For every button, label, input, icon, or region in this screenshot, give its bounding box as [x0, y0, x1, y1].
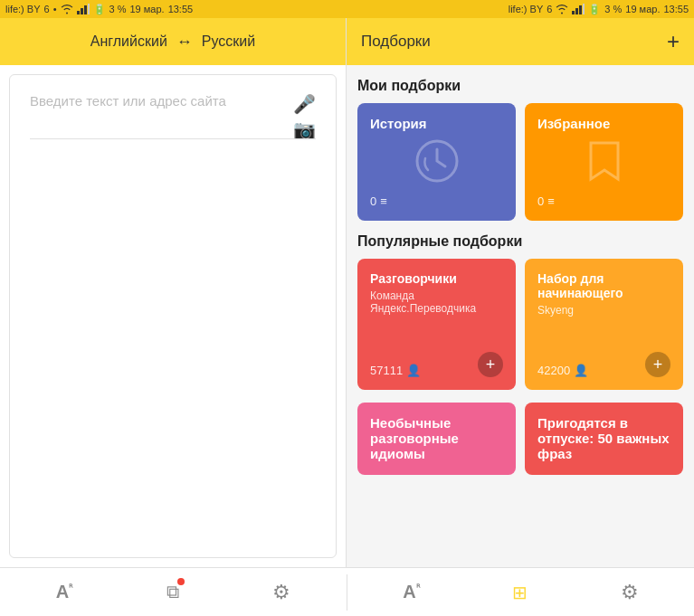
svg-rect-1	[81, 8, 83, 14]
battery-right: 🔋	[588, 4, 601, 15]
svg-rect-6	[579, 5, 582, 14]
signal-icon-right	[572, 4, 585, 14]
right-pane: Подборки + Мои подборки История	[347, 18, 694, 567]
search-placeholder: Введите текст или адрес сайта	[30, 93, 226, 109]
collections-title: Подборки	[361, 33, 431, 51]
favorites-card-title: Избранное	[537, 116, 670, 131]
person-icon: 👤	[406, 364, 421, 377]
vacation-title: Пригодятся в отпуске: 50 важных фраз	[537, 415, 670, 461]
wifi-icon-right	[556, 4, 568, 14]
swap-languages-icon[interactable]: ↔	[176, 33, 193, 52]
svg-rect-4	[572, 11, 575, 14]
search-area: Введите текст или адрес сайта 🎤 📷	[0, 65, 346, 567]
favorites-card-footer: 0 ≡	[537, 194, 670, 208]
nav-collections[interactable]: ⊞	[503, 578, 537, 607]
history-card-title: История	[370, 116, 503, 131]
person-icon-2: 👤	[574, 364, 588, 377]
search-box[interactable]: Введите текст или адрес сайта 🎤 📷	[9, 74, 337, 558]
clipboard-badge	[177, 578, 185, 585]
time-right: 13:55	[663, 4, 689, 14]
nav-clipboard[interactable]: ⧉	[157, 578, 188, 606]
clock-icon	[414, 138, 460, 184]
phrasebook-title: Разговорчики	[370, 271, 503, 286]
date-left: 19 мар.	[129, 4, 164, 14]
lang-from[interactable]: Английский	[90, 33, 167, 50]
beginner-card[interactable]: Набор для начинающего Skyeng 42200 👤 +	[525, 259, 683, 390]
beginner-title: Набор для начинающего	[537, 271, 670, 300]
popular-collections-title: Популярные подборки	[357, 233, 683, 250]
mic-icon[interactable]: 🎤	[293, 93, 316, 115]
nav-settings-right[interactable]: ⚙	[612, 577, 648, 608]
nav-translate-right[interactable]: Aᴿ	[394, 578, 428, 606]
favorites-card-top: Избранное	[537, 116, 670, 131]
battery-left: 🔋	[93, 4, 106, 15]
phrasebook-footer: 57111 👤 +	[370, 352, 503, 377]
beginner-count: 42200 👤	[537, 364, 588, 377]
beginner-card-top: Набор для начинающего Skyeng	[537, 271, 670, 317]
left-header: Английский ↔ Русский	[0, 18, 346, 65]
svg-rect-3	[88, 4, 90, 14]
list-icon-2: ≡	[547, 194, 555, 208]
nav-translate-left[interactable]: Aᴿ	[47, 578, 81, 606]
dot-separator: •	[53, 4, 57, 14]
camera-icon[interactable]: 📷	[293, 118, 316, 140]
vacation-card-top: Пригодятся в отпуске: 50 важных фраз	[537, 415, 670, 461]
nav-settings-left[interactable]: ⚙	[263, 577, 299, 608]
left-signal: 6	[44, 4, 50, 14]
beginner-subtitle: Skyeng	[537, 304, 670, 317]
vacation-card[interactable]: Пригодятся в отпуске: 50 важных фраз	[525, 403, 683, 475]
bottom-nav: Aᴿ ⧉ ⚙ Aᴿ ⊞ ⚙	[0, 567, 694, 616]
phrasebook-card-top: Разговорчики Команда Яндекс.Переводчика	[370, 271, 503, 315]
svg-rect-7	[583, 4, 585, 14]
idioms-card[interactable]: Необычные разговорные идиомы	[357, 403, 516, 475]
list-icon: ≡	[380, 194, 387, 208]
svg-rect-2	[84, 5, 87, 14]
svg-rect-5	[575, 8, 578, 14]
add-phrasebook-button[interactable]: +	[478, 352, 503, 377]
left-carrier: life:) BY	[5, 4, 41, 14]
settings-left-icon: ⚙	[272, 581, 290, 604]
wifi-icon	[61, 4, 73, 14]
battery-pct-left: 3 %	[109, 4, 127, 14]
favorites-card-icon-area	[537, 131, 670, 194]
status-right: life:) BY 6 🔋 3 % 19 мар. 13:55	[509, 4, 689, 15]
add-beginner-button[interactable]: +	[645, 352, 670, 377]
my-collections-row: История 0 ≡	[357, 103, 683, 221]
favorites-card[interactable]: Избранное 0 ≡	[525, 103, 683, 221]
my-collections-title: Мои подборки	[357, 78, 683, 94]
date-right: 19 мар.	[625, 4, 660, 14]
history-count: 0 ≡	[370, 194, 387, 208]
app-body: Английский ↔ Русский Введите текст или а…	[0, 18, 694, 567]
signal-icon-left	[77, 4, 90, 14]
add-collection-button[interactable]: +	[667, 31, 680, 52]
svg-rect-0	[77, 11, 80, 14]
left-nav: Aᴿ ⧉ ⚙	[0, 568, 347, 616]
lang-to[interactable]: Русский	[202, 33, 255, 50]
settings-right-icon: ⚙	[621, 581, 639, 604]
search-divider	[30, 138, 316, 139]
popular-collections-row: Разговорчики Команда Яндекс.Переводчика …	[357, 259, 683, 390]
history-card[interactable]: История 0 ≡	[357, 103, 516, 221]
status-bar: life:) BY 6 • 🔋 3 % 19 мар. 13:55 life:)…	[0, 0, 694, 18]
history-card-icon-area	[370, 131, 503, 194]
status-left: life:) BY 6 • 🔋 3 % 19 мар. 13:55	[5, 4, 193, 15]
popular-collections-row-2: Необычные разговорные идиомы Пригодятся …	[357, 403, 683, 475]
collections-content: Мои подборки История	[347, 65, 694, 567]
phrasebook-count: 57111 👤	[370, 364, 421, 377]
bookmark-icon	[586, 138, 623, 184]
left-pane: Английский ↔ Русский Введите текст или а…	[0, 18, 347, 567]
collections-nav-icon: ⊞	[512, 582, 528, 603]
right-signal: 6	[547, 4, 552, 14]
phrasebook-subtitle: Команда Яндекс.Переводчика	[370, 289, 503, 315]
right-header: Подборки +	[347, 18, 694, 65]
translate-left-icon: Aᴿ	[56, 582, 72, 602]
phrasebook-card[interactable]: Разговорчики Команда Яндекс.Переводчика …	[357, 259, 516, 390]
right-nav: Aᴿ ⊞ ⚙	[347, 568, 694, 616]
favorites-count: 0 ≡	[537, 194, 555, 208]
idioms-card-top: Необычные разговорные идиомы	[370, 415, 503, 461]
idioms-title: Необычные разговорные идиомы	[370, 415, 503, 461]
right-carrier: life:) BY	[509, 4, 544, 14]
beginner-footer: 42200 👤 +	[537, 352, 670, 377]
time-left: 13:55	[168, 4, 194, 14]
clipboard-icon: ⧉	[166, 582, 179, 602]
